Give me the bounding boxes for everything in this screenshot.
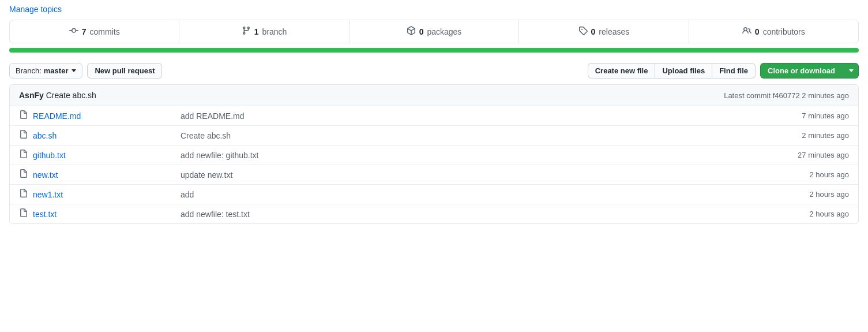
create-new-file-button[interactable]: Create new file bbox=[588, 63, 655, 79]
file-time-newtxt: 2 hours ago bbox=[757, 170, 849, 179]
repo-table: AsnFy Create abc.sh Latest commit f46077… bbox=[9, 84, 859, 224]
language-bar bbox=[9, 48, 859, 53]
commit-time: 2 minutes ago bbox=[802, 91, 849, 100]
commits-label: commits bbox=[90, 27, 120, 36]
manage-topics-section: Manage topics bbox=[0, 0, 868, 20]
repo-header-username: AsnFy bbox=[19, 91, 44, 100]
commits-count: 7 bbox=[82, 27, 87, 36]
file-message-testtxt: add newfile: test.txt bbox=[181, 210, 757, 219]
file-row-new1txt: new1.txt add 2 hours ago bbox=[10, 185, 858, 204]
contributors-stat[interactable]: 0 contributors bbox=[689, 20, 858, 43]
file-link-testtxt[interactable]: test.txt bbox=[33, 210, 57, 219]
file-message-new1txt: add bbox=[181, 190, 757, 199]
file-time-testtxt: 2 hours ago bbox=[757, 210, 849, 218]
toolbar-left: Branch: master New pull request bbox=[9, 63, 162, 79]
repo-header-left: AsnFy Create abc.sh bbox=[19, 91, 96, 100]
clone-dropdown-button[interactable] bbox=[843, 63, 859, 79]
repo-header-commit-message: Create abc.sh bbox=[46, 91, 96, 100]
find-file-button[interactable]: Find file bbox=[712, 63, 756, 79]
file-message-githubtxt: add newfile: github.txt bbox=[181, 151, 757, 160]
clone-caret-icon bbox=[849, 69, 854, 72]
branches-icon bbox=[242, 26, 251, 37]
packages-count: 0 bbox=[419, 27, 424, 36]
commits-icon bbox=[69, 26, 78, 37]
file-time-abcsh: 2 minutes ago bbox=[757, 131, 849, 140]
file-actions: Create new file Upload files Find file bbox=[588, 63, 756, 79]
file-icon bbox=[19, 169, 28, 180]
file-message-readme: add README.md bbox=[181, 111, 757, 121]
file-message-abcsh: Create abc.sh bbox=[181, 131, 757, 140]
file-name-col: new1.txt bbox=[19, 189, 181, 200]
file-row-githubtxt: github.txt add newfile: github.txt 27 mi… bbox=[10, 146, 858, 165]
file-link-githubtxt[interactable]: github.txt bbox=[33, 151, 66, 160]
file-row-testtxt: test.txt add newfile: test.txt 2 hours a… bbox=[10, 204, 858, 223]
file-time-readme: 7 minutes ago bbox=[757, 111, 849, 120]
file-name-col: new.txt bbox=[19, 169, 181, 180]
file-icon bbox=[19, 130, 28, 141]
file-icon bbox=[19, 150, 28, 161]
branch-caret-icon bbox=[72, 69, 76, 72]
file-time-githubtxt: 27 minutes ago bbox=[757, 151, 849, 159]
file-link-new1txt[interactable]: new1.txt bbox=[33, 190, 63, 199]
branch-name: master bbox=[44, 66, 69, 75]
branches-stat[interactable]: 1 branch bbox=[179, 20, 349, 43]
clone-or-download-button[interactable]: Clone or download bbox=[760, 63, 843, 79]
contributors-label: contributors bbox=[763, 27, 805, 36]
toolbar-right: Create new file Upload files Find file C… bbox=[588, 63, 859, 79]
releases-stat[interactable]: 0 releases bbox=[519, 20, 689, 43]
releases-count: 0 bbox=[591, 27, 596, 36]
file-name-col: github.txt bbox=[19, 150, 181, 161]
file-icon bbox=[19, 189, 28, 200]
file-message-newtxt: update new.txt bbox=[181, 170, 757, 180]
releases-label: releases bbox=[599, 27, 629, 36]
file-name-col: README.md bbox=[19, 110, 181, 121]
packages-icon bbox=[407, 26, 416, 37]
toolbar: Branch: master New pull request Create n… bbox=[0, 57, 868, 84]
latest-commit-label: Latest commit bbox=[724, 91, 771, 100]
repo-header-right: Latest commit f460772 2 minutes ago bbox=[724, 91, 849, 100]
branches-count: 1 bbox=[254, 27, 259, 36]
file-name-col: abc.sh bbox=[19, 130, 181, 141]
branch-label: Branch: bbox=[16, 66, 42, 75]
file-row-abcsh: abc.sh Create abc.sh 2 minutes ago bbox=[10, 126, 858, 146]
repo-header: AsnFy Create abc.sh Latest commit f46077… bbox=[10, 85, 858, 106]
contributors-count: 0 bbox=[755, 27, 760, 36]
file-name-col: test.txt bbox=[19, 208, 181, 219]
file-link-readme[interactable]: README.md bbox=[33, 111, 81, 121]
file-link-newtxt[interactable]: new.txt bbox=[33, 170, 58, 180]
file-link-abcsh[interactable]: abc.sh bbox=[33, 131, 57, 140]
file-time-new1txt: 2 hours ago bbox=[757, 190, 849, 199]
file-row-newtxt: new.txt update new.txt 2 hours ago bbox=[10, 165, 858, 185]
branches-label: branch bbox=[262, 27, 287, 36]
clone-group: Clone or download bbox=[760, 63, 859, 79]
commits-stat[interactable]: 7 commits bbox=[10, 20, 179, 43]
red-arrow-icon bbox=[9, 129, 16, 143]
releases-icon bbox=[578, 26, 588, 37]
stats-bar: 7 commits 1 branch 0 packages 0 releases… bbox=[9, 20, 859, 43]
branch-selector[interactable]: Branch: master bbox=[9, 63, 82, 79]
commit-sha-text: f460772 bbox=[773, 91, 800, 100]
file-icon bbox=[19, 110, 28, 121]
file-row-readme: README.md add README.md 7 minutes ago bbox=[10, 106, 858, 126]
new-pull-request-button[interactable]: New pull request bbox=[87, 63, 162, 79]
packages-stat[interactable]: 0 packages bbox=[350, 20, 519, 43]
upload-files-button[interactable]: Upload files bbox=[655, 63, 712, 79]
manage-topics-link[interactable]: Manage topics bbox=[9, 5, 62, 14]
contributors-icon bbox=[742, 26, 751, 37]
packages-label: packages bbox=[427, 27, 461, 36]
file-icon bbox=[19, 208, 28, 219]
